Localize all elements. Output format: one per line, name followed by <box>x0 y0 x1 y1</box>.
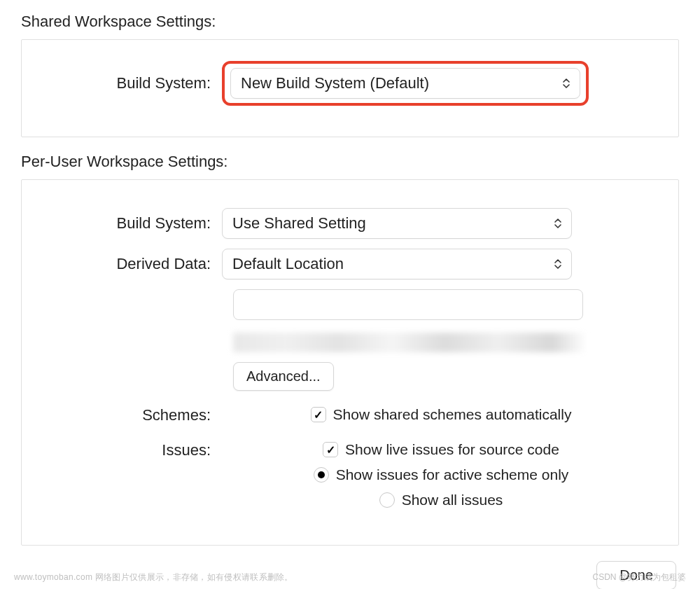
shared-settings-panel: Build System: New Build System (Default) <box>21 39 679 137</box>
derived-data-label: Derived Data: <box>40 255 222 273</box>
derived-data-path-preview <box>233 333 587 352</box>
updown-arrows-icon <box>554 259 561 269</box>
shared-build-system-label: Build System: <box>40 74 222 92</box>
advanced-button[interactable]: Advanced... <box>233 362 334 391</box>
issues-label: Issues: <box>40 441 222 459</box>
issues-all-radio[interactable] <box>379 492 395 508</box>
derived-data-select[interactable]: Default Location <box>222 249 572 279</box>
derived-data-path-input[interactable] <box>233 289 583 320</box>
peruser-build-system-value: Use Shared Setting <box>232 214 366 232</box>
issues-all-label: Show all issues <box>402 492 503 508</box>
peruser-settings-title: Per-User Workspace Settings: <box>21 153 679 171</box>
show-live-issues-label: Show live issues for source code <box>345 441 559 458</box>
show-shared-schemes-checkbox[interactable] <box>311 407 326 422</box>
peruser-build-system-select[interactable]: Use Shared Setting <box>222 208 572 239</box>
peruser-settings-panel: Build System: Use Shared Setting Derived… <box>21 179 679 546</box>
highlight-annotation: New Build System (Default) <box>222 61 589 106</box>
shared-settings-title: Shared Workspace Settings: <box>21 13 679 31</box>
peruser-build-system-label: Build System: <box>40 214 222 233</box>
derived-data-value: Default Location <box>232 255 344 272</box>
watermark-right: CSDN @努力成为包租婆 <box>592 571 686 583</box>
updown-arrows-icon <box>563 78 570 88</box>
watermark-left: www.toymoban.com 网络图片仅供展示，非存储，如有侵权请联系删除。 <box>14 571 293 583</box>
schemes-label: Schemes: <box>40 406 222 424</box>
shared-build-system-value: New Build System (Default) <box>241 74 429 92</box>
show-shared-schemes-label: Show shared schemes automatically <box>333 406 572 423</box>
updown-arrows-icon <box>554 219 561 228</box>
show-live-issues-checkbox[interactable] <box>323 442 338 457</box>
shared-build-system-select[interactable]: New Build System (Default) <box>230 68 580 99</box>
issues-active-scheme-radio[interactable] <box>314 467 329 483</box>
issues-active-scheme-label: Show issues for active scheme only <box>336 466 569 483</box>
